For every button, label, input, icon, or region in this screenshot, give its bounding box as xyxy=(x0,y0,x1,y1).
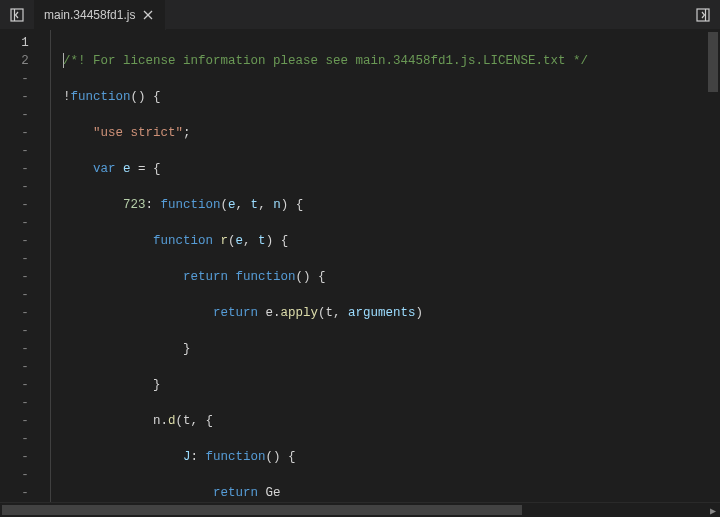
line-number: - xyxy=(0,448,50,466)
line-number: - xyxy=(0,286,50,304)
tab-filename: main.34458fd1.js xyxy=(44,8,135,22)
line-number: - xyxy=(0,466,50,484)
line-number: 2 xyxy=(0,52,50,70)
editor-area[interactable]: 1 2 - - - - - - - - - - - - - - - - - - … xyxy=(0,30,720,502)
line-number: - xyxy=(0,196,50,214)
vertical-scrollbar[interactable] xyxy=(706,30,720,502)
line-number-gutter: 1 2 - - - - - - - - - - - - - - - - - - … xyxy=(0,30,50,502)
panel-toggle-right-icon[interactable] xyxy=(692,4,714,26)
panel-toggle-left-icon[interactable] xyxy=(6,4,28,26)
editor-titlebar: main.34458fd1.js xyxy=(0,0,720,30)
line-number: - xyxy=(0,232,50,250)
line-number: - xyxy=(0,430,50,448)
line-number: - xyxy=(0,322,50,340)
line-number: - xyxy=(0,304,50,322)
horizontal-scrollbar-thumb[interactable] xyxy=(2,505,522,515)
svg-rect-4 xyxy=(697,9,709,21)
line-number: - xyxy=(0,484,50,502)
line-number: - xyxy=(0,106,50,124)
line-number: - xyxy=(0,340,50,358)
line-number: - xyxy=(0,70,50,88)
scroll-right-arrow-icon[interactable]: ▶ xyxy=(710,505,716,517)
line-number: 1 xyxy=(0,34,50,52)
line-number: - xyxy=(0,412,50,430)
svg-rect-0 xyxy=(11,9,23,21)
line-number: - xyxy=(0,214,50,232)
line-number: - xyxy=(0,376,50,394)
vertical-scrollbar-thumb[interactable] xyxy=(708,32,718,92)
line-number: - xyxy=(0,88,50,106)
line-number: - xyxy=(0,178,50,196)
line-number: - xyxy=(0,250,50,268)
close-icon[interactable] xyxy=(141,8,155,22)
line-number: - xyxy=(0,394,50,412)
line-number: - xyxy=(0,160,50,178)
line-number: - xyxy=(0,268,50,286)
line-number: - xyxy=(0,124,50,142)
line-number: - xyxy=(0,142,50,160)
editor-tab[interactable]: main.34458fd1.js xyxy=(34,0,166,30)
line-number: - xyxy=(0,358,50,376)
horizontal-scrollbar[interactable]: ▶ xyxy=(0,502,720,517)
code-content[interactable]: /*! For license information please see m… xyxy=(50,30,720,502)
